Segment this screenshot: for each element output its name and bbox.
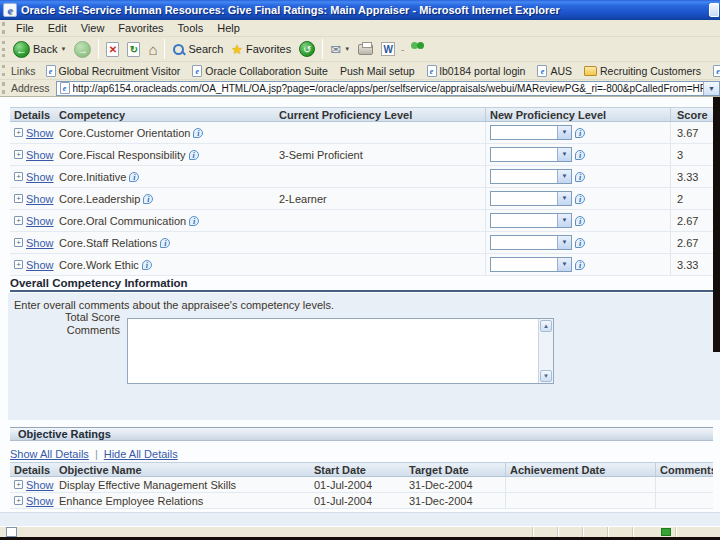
search-button[interactable]: Search — [168, 38, 227, 60]
new-proficiency-select[interactable]: ▼ — [490, 147, 572, 162]
show-details-link[interactable]: Show — [26, 171, 54, 183]
combo-arrow-icon[interactable]: ▼ — [557, 214, 571, 227]
show-details-link[interactable]: Show — [26, 193, 54, 205]
back-dropdown-icon[interactable]: ▼ — [60, 46, 66, 52]
combo-arrow-icon[interactable]: ▼ — [557, 148, 571, 161]
print-button[interactable] — [354, 38, 377, 60]
combo-arrow-icon[interactable]: ▼ — [557, 126, 571, 139]
toolbar-grip[interactable] — [2, 22, 5, 33]
refresh-icon: ↻ — [127, 42, 140, 57]
col-new-level: New Proficiency Level — [485, 108, 670, 121]
expand-icon[interactable]: + — [14, 238, 23, 247]
info-icon[interactable]: i — [575, 194, 585, 204]
menu-file[interactable]: File — [9, 22, 41, 34]
menu-view[interactable]: View — [74, 22, 112, 34]
window-control-button[interactable] — [709, 3, 719, 17]
scroll-up-icon[interactable]: ▲ — [540, 320, 552, 332]
info-icon[interactable]: i — [143, 194, 153, 204]
combo-arrow-icon[interactable]: ▼ — [557, 192, 571, 205]
address-dropdown-icon[interactable]: ▼ — [703, 82, 719, 95]
comments-value — [655, 477, 713, 492]
back-button[interactable]: ← Back ▼ — [9, 38, 70, 60]
link-learning-home[interactable]: e learning Home — [707, 65, 720, 77]
link-aus[interactable]: e AUS — [531, 65, 578, 77]
toolbar-grip[interactable] — [2, 65, 5, 77]
scroll-down-icon[interactable]: ▼ — [540, 370, 552, 382]
comments-textarea[interactable]: ▲ ▼ — [127, 318, 554, 384]
link-portal-login[interactable]: e lb0184 portal login — [421, 65, 532, 77]
standard-toolbar: ← Back ▼ → ✕ ↻ ⌂ Search ★ Favorites ↺ ✉ … — [0, 37, 720, 62]
hide-all-details-link[interactable]: Hide All Details — [104, 448, 178, 460]
new-proficiency-select[interactable]: ▼ — [490, 191, 572, 206]
expand-icon[interactable]: + — [14, 172, 23, 181]
info-icon[interactable]: i — [129, 172, 139, 182]
status-pane — [532, 527, 557, 537]
forward-button[interactable]: → — [70, 38, 95, 60]
info-icon[interactable]: i — [160, 238, 170, 248]
expand-icon[interactable]: + — [14, 216, 23, 225]
info-icon[interactable]: i — [189, 216, 199, 226]
new-proficiency-select[interactable]: ▼ — [490, 257, 572, 272]
edit-with-word-button[interactable]: W — [377, 38, 399, 60]
achievement-date-value — [505, 477, 655, 492]
show-details-link[interactable]: Show — [26, 127, 54, 139]
link-oracle-collaboration-suite[interactable]: e Oracle Collaboration Suite — [186, 65, 334, 77]
messenger-button[interactable] — [406, 38, 431, 60]
info-icon[interactable]: i — [575, 128, 585, 138]
show-details-link[interactable]: Show — [26, 149, 54, 161]
refresh-button[interactable]: ↻ — [123, 38, 144, 60]
status-pane — [582, 527, 607, 537]
info-icon[interactable]: i — [575, 238, 585, 248]
info-icon[interactable]: i — [575, 150, 585, 160]
info-icon[interactable]: i — [575, 216, 585, 226]
show-details-link[interactable]: Show — [26, 479, 54, 491]
competency-row: +Show Core.Initiativei ▼i 3.33 — [10, 166, 713, 188]
info-icon[interactable]: i — [189, 150, 199, 160]
info-icon[interactable]: i — [193, 128, 203, 138]
show-details-link[interactable]: Show — [26, 259, 54, 271]
score-value: 2.67 — [670, 232, 713, 253]
expand-icon[interactable]: + — [14, 260, 23, 269]
menu-help[interactable]: Help — [210, 22, 247, 34]
favorites-button[interactable]: ★ Favorites — [227, 38, 295, 60]
show-details-link[interactable]: Show — [26, 215, 54, 227]
show-details-link[interactable]: Show — [26, 495, 54, 507]
link-global-recruitment-visitor[interactable]: e Global Recruitment Visitor — [40, 65, 187, 77]
combo-arrow-icon[interactable]: ▼ — [557, 236, 571, 249]
info-icon[interactable]: i — [142, 260, 152, 270]
address-input[interactable]: e http://ap6154.oracleads.com/OA_HTML/OA… — [56, 81, 720, 96]
info-icon[interactable]: i — [575, 172, 585, 182]
new-proficiency-select[interactable]: ▼ — [490, 125, 572, 140]
toolbar-grip[interactable] — [2, 82, 5, 93]
show-details-link[interactable]: Show — [26, 237, 54, 249]
menu-tools[interactable]: Tools — [171, 22, 211, 34]
expand-icon[interactable]: + — [14, 150, 23, 159]
new-proficiency-select[interactable]: ▼ — [490, 213, 572, 228]
home-button[interactable]: ⌂ — [144, 38, 161, 60]
link-label: lb0184 portal login — [440, 65, 526, 77]
link-push-mail-setup[interactable]: Push Mail setup — [334, 65, 421, 77]
combo-arrow-icon[interactable]: ▼ — [557, 258, 571, 271]
info-icon[interactable]: i — [575, 260, 585, 270]
expand-icon[interactable]: + — [14, 480, 23, 489]
menu-edit[interactable]: Edit — [41, 22, 74, 34]
toolbar-grip[interactable] — [2, 41, 5, 58]
show-all-details-link[interactable]: Show All Details — [10, 448, 89, 460]
expand-icon[interactable]: + — [14, 128, 23, 137]
new-proficiency-select[interactable]: ▼ — [490, 169, 572, 184]
expand-icon[interactable]: + — [14, 194, 23, 203]
competency-table: Details Competency Current Proficiency L… — [10, 107, 713, 276]
menu-favorites[interactable]: Favorites — [111, 22, 170, 34]
new-proficiency-select[interactable]: ▼ — [490, 235, 572, 250]
link-recruiting-customers[interactable]: Recruiting Customers — [578, 65, 707, 77]
expand-icon[interactable]: + — [14, 496, 23, 505]
history-button[interactable]: ↺ — [295, 38, 319, 60]
link-label: Oracle Collaboration Suite — [205, 65, 328, 77]
ie-page-icon: e — [713, 65, 720, 77]
combo-arrow-icon[interactable]: ▼ — [557, 170, 571, 183]
textarea-scrollbar[interactable]: ▲ ▼ — [538, 319, 553, 383]
score-value: 3.33 — [670, 254, 713, 275]
mail-button[interactable]: ✉ ▼ — [326, 38, 354, 60]
stop-button[interactable]: ✕ — [102, 38, 123, 60]
mail-dropdown-icon[interactable]: ▼ — [344, 46, 350, 52]
